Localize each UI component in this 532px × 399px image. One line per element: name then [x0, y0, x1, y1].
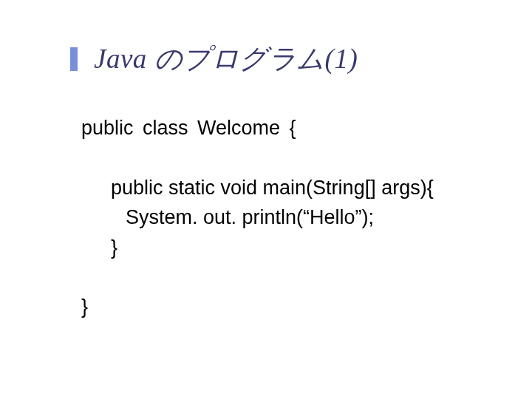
code-line: }: [81, 233, 532, 263]
code-line: public static void main(String[] args){: [81, 173, 532, 203]
slide-title: Java のプログラム(1): [94, 41, 358, 78]
code-line: public class Welcome {: [81, 113, 532, 143]
code-block: public class Welcome { public static voi…: [81, 113, 532, 322]
code-line: }: [81, 292, 532, 322]
title-bullet: [70, 47, 78, 71]
code-line: System. out. println(“Hello”);: [81, 202, 532, 233]
